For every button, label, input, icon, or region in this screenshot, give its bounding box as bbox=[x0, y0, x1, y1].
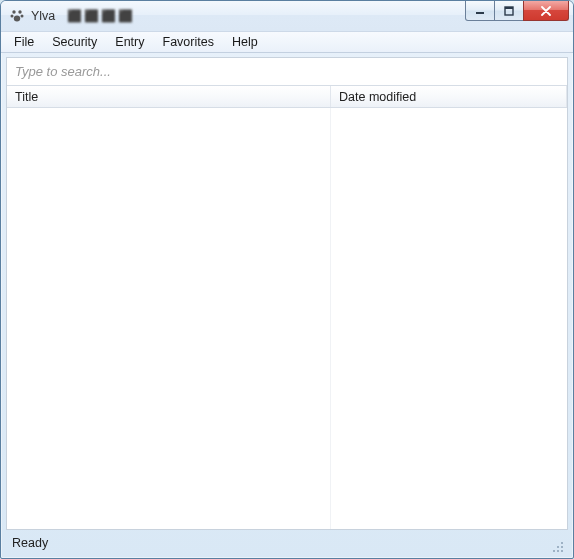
svg-point-3 bbox=[21, 15, 24, 18]
minimize-button[interactable] bbox=[465, 1, 495, 21]
svg-point-13 bbox=[561, 550, 563, 552]
svg-point-10 bbox=[561, 546, 563, 548]
search-input[interactable] bbox=[9, 60, 565, 83]
menu-entry[interactable]: Entry bbox=[106, 32, 153, 52]
client-area: Title Date modified bbox=[6, 57, 568, 530]
menu-favorites[interactable]: Favorites bbox=[154, 32, 223, 52]
app-window: Ylva ⬛⬛⬛⬛ File Security bbox=[0, 0, 574, 559]
titlebar[interactable]: Ylva ⬛⬛⬛⬛ bbox=[1, 1, 573, 31]
paw-icon bbox=[9, 8, 25, 24]
maximize-button[interactable] bbox=[494, 1, 524, 21]
menu-file[interactable]: File bbox=[5, 32, 43, 52]
column-header-date-modified[interactable]: Date modified bbox=[331, 86, 567, 107]
statusbar: Ready bbox=[6, 532, 568, 554]
close-icon bbox=[540, 6, 552, 16]
list-header: Title Date modified bbox=[7, 86, 567, 108]
size-grip-icon bbox=[550, 539, 564, 553]
list-column-title-area bbox=[7, 108, 331, 529]
search-wrap bbox=[7, 58, 567, 86]
svg-point-1 bbox=[18, 10, 21, 13]
maximize-icon bbox=[504, 6, 514, 16]
menu-help[interactable]: Help bbox=[223, 32, 267, 52]
svg-point-4 bbox=[14, 16, 20, 22]
minimize-icon bbox=[475, 6, 485, 16]
blurred-text: ⬛⬛⬛⬛ bbox=[67, 9, 135, 23]
status-text: Ready bbox=[12, 536, 48, 550]
svg-point-12 bbox=[557, 550, 559, 552]
window-controls bbox=[466, 1, 569, 21]
size-grip[interactable] bbox=[550, 539, 564, 553]
menubar: File Security Entry Favorites Help bbox=[1, 31, 573, 53]
svg-rect-5 bbox=[476, 12, 484, 14]
svg-rect-7 bbox=[505, 7, 513, 9]
menu-security[interactable]: Security bbox=[43, 32, 106, 52]
svg-point-2 bbox=[11, 15, 14, 18]
list-body[interactable] bbox=[7, 108, 567, 529]
close-button[interactable] bbox=[523, 1, 569, 21]
svg-point-9 bbox=[557, 546, 559, 548]
svg-point-8 bbox=[561, 542, 563, 544]
svg-point-0 bbox=[12, 10, 15, 13]
column-header-title[interactable]: Title bbox=[7, 86, 331, 107]
svg-point-11 bbox=[553, 550, 555, 552]
list-column-date-area bbox=[331, 108, 567, 529]
window-title: Ylva bbox=[31, 9, 55, 23]
